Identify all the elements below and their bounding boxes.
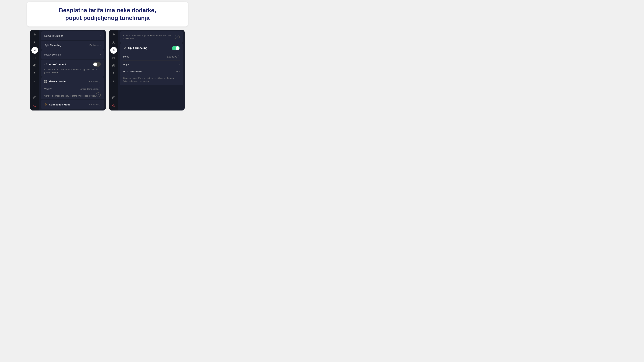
split-tunneling-badge: Exclusive [90, 44, 99, 46]
split-mode-row[interactable]: Mode Exclusive ⌃⌄ [123, 53, 180, 60]
network-options-label: Network Options [44, 34, 63, 37]
sidebar-power-icon[interactable] [32, 102, 38, 109]
right-panel-content: Include or exclude apps and hostnames fr… [118, 30, 185, 111]
auto-connect-toggle[interactable] [93, 62, 101, 67]
sidebar-account-icon[interactable] [32, 39, 38, 46]
proxy-settings-item[interactable]: Proxy Settings › [41, 50, 104, 59]
svg-point-11 [113, 42, 114, 43]
sidebar-info-icon[interactable]: i [32, 78, 38, 84]
split-apps-right: 1 › [176, 63, 180, 66]
split-mode-value: Exclusive [167, 55, 177, 58]
vpn-info-card: Include or exclude apps and hostnames fr… [120, 31, 183, 43]
svg-marker-9 [45, 103, 47, 106]
vpn-info-icon-circle[interactable] [175, 35, 180, 39]
left-sidebar: ? i [30, 30, 39, 111]
vpn-info-text: Include or exclude apps and hostnames fr… [123, 34, 175, 40]
right-sidebar-power-icon[interactable] [110, 102, 117, 109]
split-tunneling-header: Split Tunneling [123, 46, 180, 50]
connection-value[interactable]: Automatic ⌃⌄ [88, 103, 101, 106]
firewall-header: Firewall Mode Automatic ⌃⌄ [44, 79, 101, 83]
split-ips-row[interactable]: IPs & Hostnames 0 › [123, 68, 180, 75]
right-sidebar-location-icon[interactable] [110, 31, 117, 38]
split-tunneling-label: Split Tunneling [44, 44, 61, 47]
split-tunneling-title-row: Split Tunneling [123, 46, 148, 50]
network-options-chevron: › [100, 34, 101, 37]
split-tunneling-toggle[interactable] [172, 46, 180, 50]
connection-card[interactable]: Connection Mode Automatic ⌃⌄ [41, 100, 104, 109]
connection-title: Connection Mode [49, 103, 87, 106]
split-tunneling-left: Split Tunneling [44, 44, 61, 47]
split-apps-row[interactable]: Apps 1 › [123, 60, 180, 68]
split-ips-value: 0 [176, 70, 178, 73]
sidebar-settings-icon[interactable] [32, 47, 38, 54]
network-options-item[interactable]: Network Options › [41, 31, 104, 40]
network-options-right: › [100, 34, 101, 37]
firewall-info-icon[interactable]: i [96, 92, 101, 97]
split-apps-label: Apps [123, 63, 129, 66]
svg-point-12 [113, 50, 114, 51]
split-toggle-knob [176, 46, 179, 50]
right-sidebar-gear-icon[interactable] [110, 62, 117, 69]
split-tunneling-fork-icon [123, 46, 126, 50]
split-tunneling-card: Split Tunneling Mode Exclusive ⌃⌄ [120, 43, 183, 85]
mode-sort-arrows: ⌃⌄ [178, 55, 180, 58]
auto-connect-description: Connects to last used location when the … [44, 68, 101, 74]
toggle-knob [93, 63, 97, 66]
svg-point-0 [34, 34, 35, 35]
firewall-divider [44, 85, 101, 85]
right-sidebar-info-icon[interactable]: i [110, 78, 117, 84]
split-tunneling-title: Split Tunneling [128, 47, 148, 50]
vpn-info-reload-icon [176, 36, 178, 38]
auto-connect-title: Auto-Connect [44, 63, 66, 66]
when-value[interactable]: Before Connection ⌃⌄ [80, 87, 101, 91]
banner-title: Besplatna tarifa ima neke dodatke, poput… [37, 6, 178, 22]
sidebar-gear-icon[interactable] [32, 62, 38, 69]
right-sidebar-help-icon[interactable]: ? [110, 70, 117, 77]
svg-point-2 [34, 50, 35, 51]
right-sidebar: ? i [109, 30, 118, 111]
left-panel: ? i Network Options [30, 30, 106, 111]
sidebar-note-icon[interactable] [32, 94, 38, 101]
split-ips-right: 0 › [176, 70, 180, 73]
svg-point-14 [113, 65, 114, 66]
proxy-settings-right: › [100, 53, 101, 56]
sidebar-help-icon[interactable]: ? [32, 70, 38, 77]
right-sidebar-settings-icon[interactable] [110, 47, 117, 54]
split-tunneling-item[interactable]: Split Tunneling Exclusive › [41, 41, 104, 50]
proxy-settings-chevron: › [100, 53, 101, 56]
split-apps-value: 1 [176, 63, 178, 66]
split-mode-label: Mode [123, 55, 129, 58]
banner: Besplatna tarifa ima neke dodatke, poput… [27, 2, 188, 26]
sidebar-clock-icon[interactable] [32, 55, 38, 61]
svg-point-1 [34, 42, 35, 43]
right-sidebar-note-icon[interactable] [110, 94, 117, 101]
connection-arrows: ⌃⌄ [99, 103, 101, 106]
right-sidebar-account-icon[interactable] [110, 39, 117, 46]
split-ips-label: IPs & Hostnames [123, 70, 142, 73]
svg-point-4 [34, 65, 35, 66]
left-panel-content: Network Options › Split Tunneling Exclus… [39, 30, 106, 111]
firewall-grid-icon [44, 80, 47, 83]
right-sidebar-clock-icon[interactable] [110, 55, 117, 61]
proxy-settings-left: Proxy Settings [44, 53, 61, 56]
split-tunneling-note: Selected apps, IPs, and hostnames will n… [123, 75, 180, 83]
firewall-mode-value[interactable]: Automatic ⌃⌄ [88, 79, 101, 83]
panels-container: ? i Network Options [27, 30, 188, 111]
auto-connect-icon [44, 63, 47, 66]
connection-lightning-icon [44, 103, 47, 106]
ips-chevron: › [179, 70, 180, 73]
apps-chevron: › [179, 63, 180, 66]
when-arrows: ⌃⌄ [99, 87, 101, 91]
firewall-card: Firewall Mode Automatic ⌃⌄ When? Before … [41, 77, 104, 99]
firewall-title: Firewall Mode [49, 80, 87, 83]
auto-connect-card: Auto-Connect Connects to last used locat… [41, 59, 104, 77]
when-row: When? Before Connection ⌃⌄ [44, 87, 101, 91]
sidebar-location-icon[interactable] [32, 31, 38, 38]
svg-point-10 [113, 34, 114, 35]
connection-header: Connection Mode Automatic ⌃⌄ [44, 103, 101, 106]
auto-connect-header: Auto-Connect [44, 62, 101, 67]
firewall-mode-arrows: ⌃⌄ [99, 79, 101, 83]
proxy-settings-label: Proxy Settings [44, 53, 61, 56]
right-panel: ? i Include or exclude apps and hostname… [109, 30, 185, 111]
split-tunneling-right: Exclusive › [90, 44, 101, 46]
